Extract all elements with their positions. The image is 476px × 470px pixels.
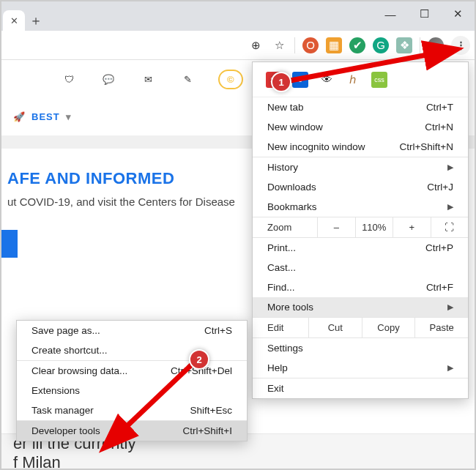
- zoom-label: Zoom: [253, 222, 317, 233]
- extension-css-icon[interactable]: css: [371, 72, 387, 88]
- annotation-1: 1: [271, 72, 291, 92]
- window-minimize[interactable]: —: [373, 1, 407, 26]
- browser-main-menu: 18 0 👁 ℎ css New tabCtrl+T New windowCtr…: [252, 61, 469, 399]
- chevron-right-icon: ▶: [447, 363, 453, 373]
- menu-downloads[interactable]: DownloadsCtrl+J: [253, 177, 468, 197]
- menu-new-window[interactable]: New windowCtrl+N: [253, 117, 468, 137]
- extension-grammarly-icon[interactable]: G: [373, 37, 389, 53]
- profile-avatar[interactable]: [428, 37, 444, 53]
- mail-icon[interactable]: ✉: [139, 70, 157, 88]
- extension-shield-icon[interactable]: ✔: [349, 37, 365, 53]
- zoom-value: 110%: [355, 217, 393, 237]
- menu-more-tools[interactable]: More tools▶: [253, 297, 468, 317]
- shield-icon[interactable]: 🛡: [60, 70, 78, 88]
- menu-cast[interactable]: Cast...: [253, 258, 468, 277]
- extension-note-icon[interactable]: ❖: [396, 37, 412, 53]
- more-tools-submenu: Save page as...Ctrl+S Create shortcut...…: [16, 320, 248, 441]
- chevron-down-icon: ▾: [66, 111, 72, 122]
- edit-cut[interactable]: Cut: [308, 318, 362, 337]
- edit-label: Edit: [253, 322, 308, 333]
- menu-zoom-row: Zoom – 110% + ⛶: [253, 217, 468, 238]
- menu-new-incognito[interactable]: New incognito windowCtrl+Shift+N: [253, 137, 468, 157]
- site-pill-button[interactable]: ©: [218, 70, 243, 89]
- separator: [420, 37, 420, 53]
- menu-help[interactable]: Help▶: [253, 358, 468, 378]
- submenu-clear-data[interactable]: Clear browsing data...Ctrl+Shift+Del: [17, 361, 247, 381]
- zoom-in-button[interactable]: +: [393, 217, 431, 237]
- menu-print[interactable]: Print...Ctrl+P: [253, 238, 468, 258]
- submenu-save-page[interactable]: Save page as...Ctrl+S: [17, 321, 247, 340]
- menu-find[interactable]: Find...Ctrl+F: [253, 277, 468, 297]
- chevron-right-icon: ▶: [447, 202, 453, 212]
- extension-eye-icon[interactable]: 👁: [319, 72, 335, 88]
- fullscreen-button[interactable]: ⛶: [431, 217, 469, 237]
- browser-toolbar: ⊕ ☆ O ▦ ✔ G ❖ ⋮: [1, 31, 475, 60]
- menu-new-tab[interactable]: New tabCtrl+T: [253, 97, 468, 117]
- menu-history[interactable]: History▶: [253, 157, 468, 177]
- edit-paste[interactable]: Paste: [414, 318, 468, 337]
- extension-duckduckgo-icon[interactable]: O: [302, 37, 319, 53]
- submenu-task-manager[interactable]: Task managerShift+Esc: [17, 400, 247, 420]
- submenu-extensions[interactable]: Extensions: [17, 381, 247, 400]
- separator: [294, 37, 295, 53]
- submenu-developer-tools[interactable]: Developer toolsCtrl+Shift+I: [17, 421, 247, 441]
- chevron-right-icon: ▶: [447, 302, 453, 312]
- window-close[interactable]: ✕: [441, 1, 475, 26]
- extension-box-icon[interactable]: ▦: [326, 37, 342, 53]
- new-tab-button[interactable]: ＋: [25, 10, 47, 31]
- menu-bookmarks[interactable]: Bookmarks▶: [253, 197, 468, 217]
- chat-icon[interactable]: 💬: [100, 70, 117, 88]
- annotation-2: 2: [189, 349, 209, 370]
- chevron-right-icon: ▶: [447, 163, 453, 172]
- menu-exit[interactable]: Exit: [253, 378, 468, 398]
- extension-h-icon[interactable]: ℎ: [345, 72, 361, 88]
- best-label: BEST: [31, 111, 60, 122]
- zoom-out-button[interactable]: –: [317, 217, 355, 237]
- edit-copy[interactable]: Copy: [362, 318, 415, 337]
- rocket-icon: 🚀: [13, 111, 26, 122]
- menu-settings[interactable]: Settings: [253, 338, 468, 358]
- pencil-icon[interactable]: ✎: [179, 70, 196, 88]
- window-maximize[interactable]: ☐: [407, 1, 441, 26]
- zoom-icon[interactable]: ⊕: [248, 37, 264, 53]
- extension-blue-icon[interactable]: 0: [292, 72, 308, 88]
- bookmark-star-icon[interactable]: ☆: [271, 37, 287, 53]
- cta-button-fragment[interactable]: [1, 230, 18, 258]
- browser-menu-button[interactable]: ⋮: [451, 36, 470, 55]
- submenu-create-shortcut[interactable]: Create shortcut...: [17, 340, 247, 360]
- tab-close-button[interactable]: ✕: [3, 10, 25, 31]
- menu-edit-row: Edit Cut Copy Paste: [253, 317, 468, 338]
